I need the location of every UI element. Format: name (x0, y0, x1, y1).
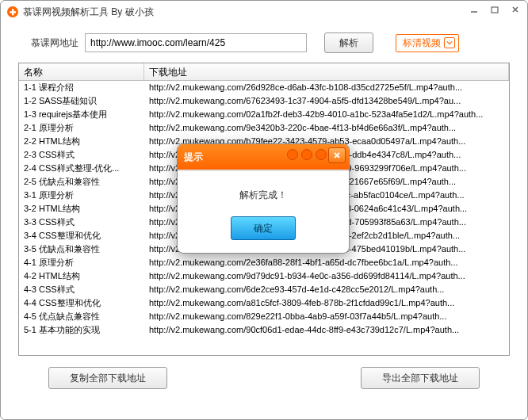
app-window: ✚ 慕课网视频解析工具 By 破小孩 慕课网地址 解析 标清视频 名称 下载地址… (0, 0, 528, 420)
dialog-ok-button[interactable]: 确定 (231, 216, 296, 240)
dialog-message: 解析完成！ (187, 189, 339, 202)
dot-icon (301, 149, 312, 160)
dialog-overlay: 提示 解析完成！ 确定 (1, 1, 527, 419)
dot-icon (316, 149, 327, 160)
dialog-close-button[interactable] (328, 147, 346, 163)
dialog-titlebar: 提示 (178, 144, 349, 170)
dialog-title: 提示 (184, 151, 203, 164)
dialog-body: 解析完成！ 确定 (178, 170, 349, 253)
alert-dialog: 提示 解析完成！ 确定 (177, 143, 350, 254)
dot-icon (287, 149, 298, 160)
dialog-decoration (287, 149, 327, 160)
